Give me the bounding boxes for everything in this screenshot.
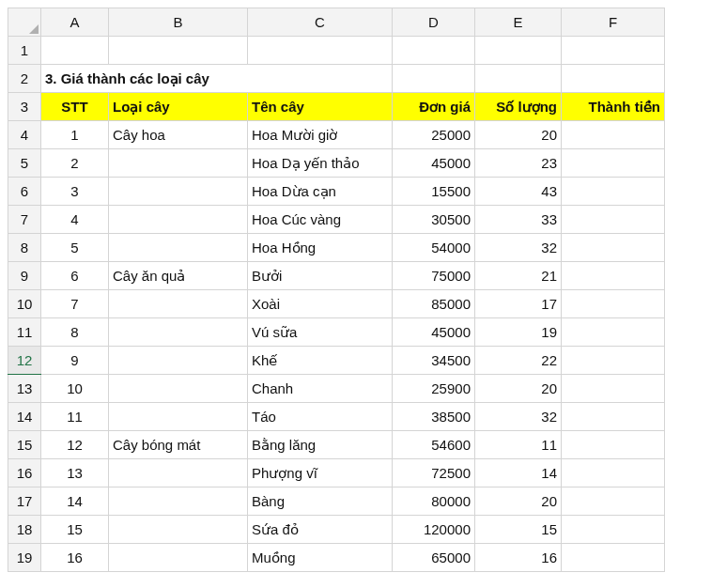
cell-ten-cay[interactable]: Muồng — [248, 544, 393, 572]
row-header-14[interactable]: 14 — [8, 403, 41, 431]
cell-stt[interactable]: 8 — [41, 318, 109, 347]
cell-ten-cay[interactable]: Hoa Hồng — [248, 234, 393, 262]
cell-loai-cay[interactable] — [109, 544, 248, 572]
cell-thanh-tien[interactable] — [562, 262, 665, 290]
cell-thanh-tien[interactable] — [562, 544, 665, 572]
cell-don-gia[interactable]: 54600 — [393, 431, 475, 459]
cell-don-gia[interactable]: 75000 — [393, 262, 475, 290]
row-header-13[interactable]: 13 — [8, 375, 41, 403]
cell-stt[interactable]: 10 — [41, 375, 109, 403]
cell-don-gia[interactable]: 25900 — [393, 375, 475, 403]
cell-loai-cay[interactable] — [109, 178, 248, 206]
cell-loai-cay[interactable] — [109, 487, 248, 516]
cell-stt[interactable]: 6 — [41, 262, 109, 290]
cell-don-gia[interactable]: 30500 — [393, 206, 475, 234]
cell-so-luong[interactable]: 14 — [475, 459, 562, 487]
row-header-15[interactable]: 15 — [8, 431, 41, 459]
cell-so-luong[interactable]: 20 — [475, 487, 562, 516]
spreadsheet-grid[interactable]: ABCDEF123. Giá thành các loại cây3STTLoạ… — [8, 8, 665, 572]
cell-loai-cay[interactable] — [109, 403, 248, 431]
column-header-D[interactable]: D — [393, 8, 475, 37]
row-header-17[interactable]: 17 — [8, 487, 41, 516]
row-header-4[interactable]: 4 — [8, 121, 41, 149]
cell[interactable] — [562, 65, 665, 93]
cell-so-luong[interactable]: 15 — [475, 516, 562, 544]
cell-loai-cay[interactable] — [109, 459, 248, 487]
cell-stt[interactable]: 9 — [41, 347, 109, 375]
cell-ten-cay[interactable]: Táo — [248, 403, 393, 431]
cell-so-luong[interactable]: 32 — [475, 234, 562, 262]
row-header-18[interactable]: 18 — [8, 516, 41, 544]
cell-thanh-tien[interactable] — [562, 149, 665, 178]
cell-ten-cay[interactable]: Bưởi — [248, 262, 393, 290]
cell-loai-cay[interactable]: Cây ăn quả — [109, 262, 248, 290]
cell-thanh-tien[interactable] — [562, 234, 665, 262]
cell-ten-cay[interactable]: Hoa Cúc vàng — [248, 206, 393, 234]
cell-loai-cay[interactable]: Cây hoa — [109, 121, 248, 149]
cell-stt[interactable]: 7 — [41, 290, 109, 318]
cell-don-gia[interactable]: 65000 — [393, 544, 475, 572]
cell-stt[interactable]: 4 — [41, 206, 109, 234]
cell-so-luong[interactable]: 17 — [475, 290, 562, 318]
cell-thanh-tien[interactable] — [562, 516, 665, 544]
row-header-7[interactable]: 7 — [8, 206, 41, 234]
cell-thanh-tien[interactable] — [562, 347, 665, 375]
row-header-12[interactable]: 12 — [8, 347, 41, 375]
cell-thanh-tien[interactable] — [562, 206, 665, 234]
cell-don-gia[interactable]: 15500 — [393, 178, 475, 206]
cell-loai-cay[interactable]: Cây bóng mát — [109, 431, 248, 459]
cell-so-luong[interactable]: 20 — [475, 121, 562, 149]
cell-so-luong[interactable]: 21 — [475, 262, 562, 290]
cell-ten-cay[interactable]: Khế — [248, 347, 393, 375]
column-header-E[interactable]: E — [475, 8, 562, 37]
cell-loai-cay[interactable] — [109, 206, 248, 234]
row-header-3[interactable]: 3 — [8, 93, 41, 121]
cell-thanh-tien[interactable] — [562, 431, 665, 459]
cell-so-luong[interactable]: 20 — [475, 375, 562, 403]
cell-loai-cay[interactable] — [109, 318, 248, 347]
cell[interactable] — [393, 65, 475, 93]
cell-thanh-tien[interactable] — [562, 178, 665, 206]
select-all-corner[interactable] — [8, 8, 41, 37]
cell-stt[interactable]: 13 — [41, 459, 109, 487]
cell-ten-cay[interactable]: Phượng vĩ — [248, 459, 393, 487]
cell[interactable] — [393, 37, 475, 65]
cell-don-gia[interactable]: 72500 — [393, 459, 475, 487]
cell-so-luong[interactable]: 23 — [475, 149, 562, 178]
column-header-A[interactable]: A — [41, 8, 109, 37]
cell-ten-cay[interactable]: Chanh — [248, 375, 393, 403]
cell-thanh-tien[interactable] — [562, 318, 665, 347]
cell-loai-cay[interactable] — [109, 516, 248, 544]
cell-ten-cay[interactable]: Hoa Dạ yến thảo — [248, 149, 393, 178]
column-header-F[interactable]: F — [562, 8, 665, 37]
cell-stt[interactable]: 16 — [41, 544, 109, 572]
cell-don-gia[interactable]: 80000 — [393, 487, 475, 516]
cell-ten-cay[interactable]: Sứa đỏ — [248, 516, 393, 544]
cell[interactable] — [109, 37, 248, 65]
cell[interactable] — [41, 37, 109, 65]
cell-thanh-tien[interactable] — [562, 290, 665, 318]
cell-ten-cay[interactable]: Hoa Dừa cạn — [248, 178, 393, 206]
cell-loai-cay[interactable] — [109, 347, 248, 375]
cell-loai-cay[interactable] — [109, 290, 248, 318]
cell-so-luong[interactable]: 19 — [475, 318, 562, 347]
row-header-11[interactable]: 11 — [8, 318, 41, 347]
cell-stt[interactable]: 1 — [41, 121, 109, 149]
cell-so-luong[interactable]: 11 — [475, 431, 562, 459]
cell-ten-cay[interactable]: Vú sữa — [248, 318, 393, 347]
cell-so-luong[interactable]: 22 — [475, 347, 562, 375]
cell[interactable] — [562, 37, 665, 65]
cell[interactable] — [475, 37, 562, 65]
cell[interactable] — [248, 37, 393, 65]
cell-don-gia[interactable]: 38500 — [393, 403, 475, 431]
cell-thanh-tien[interactable] — [562, 459, 665, 487]
cell-so-luong[interactable]: 43 — [475, 178, 562, 206]
cell-don-gia[interactable]: 25000 — [393, 121, 475, 149]
cell-so-luong[interactable]: 33 — [475, 206, 562, 234]
row-header-19[interactable]: 19 — [8, 544, 41, 572]
cell-stt[interactable]: 15 — [41, 516, 109, 544]
cell-ten-cay[interactable]: Hoa Mười giờ — [248, 121, 393, 149]
cell-thanh-tien[interactable] — [562, 375, 665, 403]
cell-ten-cay[interactable]: Bàng — [248, 487, 393, 516]
cell-thanh-tien[interactable] — [562, 403, 665, 431]
